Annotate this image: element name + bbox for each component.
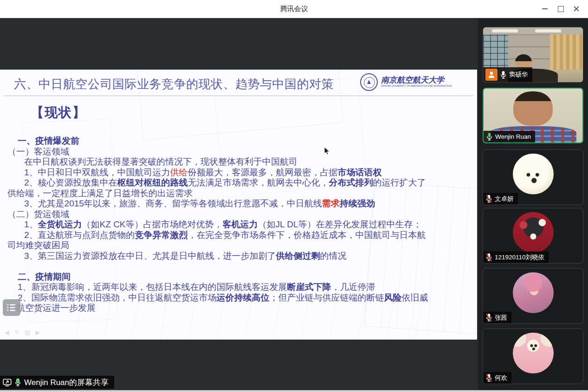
participant-avatar [513,333,554,373]
slide-text-segment: 3、尤其是2015年以来，旅游、商务、留学等各领域出行意愿不减，中日航线 [24,199,322,208]
slide-body: 一、疫情爆发前（一）客运领域在中日航权谈判无法获得显著突破的情况下，现状整体有利… [7,136,473,314]
participant-tile[interactable]: 张茜 [483,268,583,324]
participant-name-badge: 张茜 [483,312,511,323]
slide-text-segment: （如KZ CK等）占据市场绝对优势， [82,219,223,229]
slide-text-segment: 1、中日和日中双航线，中国航司运力 [24,167,170,177]
slide-line: 司均难突破困局 [7,240,473,251]
slide-line: 胁航空货运进一步发展 [7,303,473,314]
prev-slide-icon[interactable]: ◀ [5,329,9,336]
slide-menu-icon[interactable]: ▤ [25,329,30,336]
participant-name-badge: 文卓妍 [483,193,518,205]
slide-line: 一、疫情爆发前 [7,136,473,147]
host-badge [485,69,498,81]
participant-name: 121920110刘晓依 [495,253,544,262]
slide-text-segment: 在中日航权谈判无法获得显著突破的情况下，现状整体有利于中国航司 [24,157,297,167]
participant-tile[interactable]: 窦硕华 [483,27,583,83]
presentation-nav: ◀ ✎ ▤ ▶ [5,329,40,336]
participant-name-badge: 121920110刘晓依 [483,251,549,263]
participant-tile[interactable]: Wenjin Ruan [483,88,583,143]
slide-text-segment: 供给 [170,167,188,177]
screen-share-icon [3,379,12,386]
tencent-meeting-window: { "window": { "title": "腾讯会议" }, "share_… [0,0,588,392]
screen-share-label: Wenjin Ruan的屏幕共享 [24,377,109,388]
slide-text-segment: ，几近停滞 [331,282,375,292]
participant-name-badge: 窦硕华 [483,67,532,82]
slide-text-segment: 供给侧过剩 [276,251,320,261]
slide-text-segment: 枢纽对枢纽的路线 [117,178,188,187]
screen-share-banner: Wenjin Ruan的屏幕共享 [0,376,114,389]
slide-line: 2、直达航班与点到点货物的竞争异常激烈，在完全竞争市场条件下，价格趋近成本，中国… [7,230,473,241]
university-emblem-icon [360,73,378,91]
slide-line: 2、国际物流需求依旧强劲，中日往返航空货运市场运价持续高位；但产业链与供应链端的… [7,293,473,303]
mic-icon [486,132,493,141]
participant-tile[interactable]: 文卓妍 [483,149,583,205]
annotation-panel-button[interactable] [3,299,20,316]
maximize-icon [558,6,564,12]
slide-text-segment: 全货机运力 [38,219,82,229]
slide-line: 3、尤其是2015年以来，旅游、商务、留学等各领域出行意愿不减，中日航线需求持续… [7,199,473,209]
slide-line [7,261,473,272]
person-head [515,54,532,69]
slide-text-segment: 风险 [384,293,402,302]
slide-line: 1、全货机运力（如KZ CK等）占据市场绝对优势，客机运力（如JL DL等）在差… [7,219,473,230]
mic-muted-icon [485,313,492,322]
slide-text-segment: （一）客运领域 [7,147,69,156]
slide-text-segment: 的情况 [320,251,347,261]
participant-avatar [513,212,554,253]
participant-name: Wenjin Ruan [495,133,531,140]
university-name-cn: 南京航空航天大学 [381,76,470,85]
mic-icon [500,71,507,79]
participant-name-badge: Wenjin Ruan [484,131,535,142]
slide-text-segment: 供给端，一定程度上满足了日益增长的出运需求 [7,188,193,198]
slide-text-segment: 运价持续高位 [217,293,270,302]
mic-icon [14,378,21,387]
person-icon [487,71,496,79]
slide-text-segment: （二）货运领域 [7,209,69,219]
shared-screen-area: 六、中日航空公司国际业务竞争的现状、趋势与中国的对策 南京航空航天大学 NANJ… [0,18,478,392]
slide-text-segment: 客机运力 [223,219,258,229]
close-icon [573,6,580,12]
slide-text-segment: 持续强劲 [340,199,375,208]
slide-text-segment: ；但产业链与供应链端的断链 [270,293,384,302]
participant-avatar [513,272,554,313]
slide-line: 2、核心资源投放集中在枢纽对枢纽的路线无法满足市场需求，航网去中心化，分布式排列… [7,178,473,188]
close-button[interactable] [569,0,584,18]
titlebar: 腾讯会议 [0,0,588,18]
participant-tile[interactable]: 何欢 [483,328,583,384]
person-head [513,91,553,126]
slide-line: 3、第三国运力资源投放在中日、尤其是日中航线，进一步加剧了供给侧过剩的情况 [7,251,473,262]
university-logo: 南京航空航天大学 NANJING UNIVERSITY OF AERONAUTI… [360,73,470,91]
mouse-cursor [324,147,330,155]
maximize-button[interactable] [553,0,569,18]
slide-text-segment: 司均难突破困局 [7,240,69,250]
slide-text-segment: 1、新冠病毒影响，近两年以来，包括日本线在内的国际航线客运发展 [18,282,287,292]
slide-text-segment: 胁航空货运进一步发展 [7,303,96,313]
minimize-icon [542,8,548,9]
participant-avatar [513,154,554,194]
slide-text-segment: 2、直达航班与点到点货物的 [24,230,135,240]
slide-text-segment: 竞争异常激烈 [135,230,188,240]
window-controls [537,0,584,18]
title-divider [4,96,473,96]
slide-title: 六、中日航空公司国际业务竞争的现状、趋势与中国的对策 [14,76,334,92]
slide-line: （二）货运领域 [7,209,473,220]
next-slide-icon[interactable]: ▶ [35,329,40,336]
presentation-slide: 六、中日航空公司国际业务竞争的现状、趋势与中国的对策 南京航空航天大学 NANJ… [0,70,477,340]
participant-name-badge: 何欢 [483,372,511,384]
minimize-button[interactable] [537,0,553,18]
participant-name: 何欢 [495,374,507,382]
slide-line: （一）客运领域 [7,147,473,157]
window-bottom-edge [0,390,588,392]
slide-text-segment: 需求 [322,199,340,208]
slide-text-segment: 无法满足市场需求，航网去中心化， [188,178,329,187]
participant-tile[interactable]: 121920110刘晓依 [483,208,583,263]
shoji-screen [483,34,508,71]
slide-text-segment: （如JL DL等）在差异化发展过程中生存； [258,219,422,229]
pen-icon[interactable]: ✎ [14,329,19,336]
slide-text-segment: 的运行扩大了 [373,178,426,187]
window-title: 腾讯会议 [280,5,308,13]
slide-text-segment: 一、疫情爆发前 [18,136,79,146]
participants-sidebar: 窦硕华Wenjin Ruan文卓妍121920110刘晓依张茜何欢 [478,18,588,392]
slide-text-segment: 2、国际物流需求依旧强劲，中日往返航空货运市场 [18,293,217,302]
slide-text-segment: ，在完全竞争市场条件下，价格趋近成本，中国航司与日本航 [188,230,426,240]
